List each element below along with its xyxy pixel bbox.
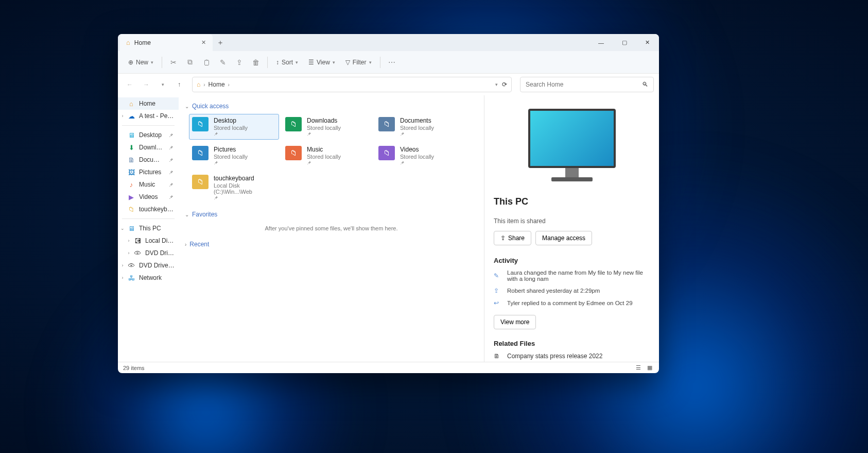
refresh-button[interactable]: ⟳ (502, 81, 507, 88)
new-button[interactable]: ⊕New▾ (124, 56, 158, 69)
chevron-down-icon: ▾ (369, 60, 372, 65)
pin-icon: 📌︎ (168, 145, 173, 150)
minimize-button[interactable]: — (589, 34, 613, 51)
chevron-right-icon: › (185, 242, 186, 247)
chevron-right-icon[interactable]: › (126, 238, 131, 243)
rename-button[interactable]: ✎ (216, 55, 230, 70)
quick-item-videos[interactable]: 📁︎ Videos Stored locally 📌︎ (375, 143, 465, 169)
activity-row[interactable]: ✎Laura changed the name from My file to … (494, 270, 650, 282)
chevron-right-icon[interactable]: › (120, 275, 125, 280)
recent-dropdown[interactable]: ▾ (156, 78, 169, 91)
chevron-right-icon[interactable]: › (120, 113, 125, 119)
item-name: Documents (400, 117, 434, 124)
close-button[interactable]: ✕ (636, 34, 659, 51)
chevron-right-icon[interactable]: › (126, 250, 131, 256)
maximize-button[interactable]: ▢ (613, 34, 636, 51)
share-button[interactable]: ⇪Share (494, 231, 531, 245)
folder-icon: 📁︎ (127, 205, 135, 213)
quick-item-pictures[interactable]: 📁︎ Pictures Stored locally 📌︎ (189, 143, 279, 169)
view-more-button[interactable]: View more (494, 315, 536, 329)
tab-home[interactable]: ⌂ Home ✕ (120, 34, 213, 51)
sort-button[interactable]: ↕Sort▾ (272, 56, 302, 69)
item-location: Stored locally (400, 125, 434, 131)
related-file-row[interactable]: 🗎Company stats press release 2022 (494, 353, 650, 360)
view-button[interactable]: ☰View▾ (304, 56, 339, 69)
quick-item-music[interactable]: 📁︎ Music Stored locally 📌︎ (282, 143, 372, 169)
folder-icon: 📁︎ (285, 117, 302, 131)
tab-close-button[interactable]: ✕ (199, 39, 207, 47)
pin-icon: 📌︎ (168, 132, 173, 138)
chevron-right-icon[interactable]: › (120, 263, 125, 268)
status-bar: 29 items ☰ ▦ (118, 362, 659, 373)
quick-item-documents[interactable]: 📁︎ Documents Stored locally 📌︎ (375, 114, 465, 140)
edit-icon: ✎ (494, 272, 501, 279)
item-name: Desktop (214, 117, 248, 124)
cut-button[interactable]: ✂ (166, 55, 181, 70)
section-recent[interactable]: ›Recent (185, 241, 478, 248)
search-box[interactable]: 🔍︎ (520, 77, 654, 92)
quick-item-desktop[interactable]: 📁︎ Desktop Stored locally 📌︎ (189, 114, 279, 140)
more-button[interactable]: ⋯ (385, 55, 399, 70)
sidebar-item-downloads[interactable]: ⬇Downloads📌︎ (118, 141, 179, 154)
paste-button[interactable]: 📋︎ (199, 55, 214, 70)
item-location: Stored locally (400, 154, 434, 160)
up-button[interactable]: ↑ (172, 78, 186, 91)
chevron-down-icon[interactable]: ⌄ (120, 226, 125, 231)
section-favorites[interactable]: ⌄Favorites (185, 211, 478, 218)
view-icon: ☰ (308, 59, 314, 66)
chevron-down-icon: ⌄ (185, 104, 189, 109)
sidebar-item-music[interactable]: ♪Music📌︎ (118, 178, 179, 191)
sidebar-item-home[interactable]: ⌂Home (118, 97, 179, 110)
home-icon: ⌂ (126, 39, 130, 46)
manage-access-button[interactable]: Manage access (535, 231, 592, 245)
thumbnail-view-button[interactable]: ▦ (646, 364, 654, 372)
address-bar[interactable]: ⌂ › Home › ▾ ⟳ (192, 77, 512, 92)
folder-icon: 📁︎ (285, 146, 302, 160)
sidebar-item-thispc[interactable]: ⌄🖥︎This PC (118, 222, 179, 234)
pin-icon: 📌︎ (307, 160, 341, 165)
section-quick-access[interactable]: ⌄Quick access (185, 103, 478, 110)
favorites-empty-text: After you've pinned some files, we'll sh… (185, 225, 478, 231)
breadcrumb-home[interactable]: Home (209, 81, 225, 88)
search-input[interactable] (526, 81, 642, 88)
item-name: touchkeyboard (214, 175, 276, 182)
item-location: Stored locally (214, 154, 248, 160)
copy-button[interactable]: ⧉ (183, 55, 197, 70)
delete-button[interactable]: 🗑︎ (249, 55, 263, 70)
back-button[interactable]: ← (123, 78, 136, 91)
item-location: Stored locally (307, 125, 341, 131)
cloud-icon: ☁ (127, 112, 135, 120)
sidebar-item-onedrive[interactable]: ›☁A test - Personal (118, 110, 179, 122)
sidebar-item-dvd2[interactable]: ›💿︎DVD Drive (D:) CCC (118, 259, 179, 272)
forward-button[interactable]: → (140, 78, 153, 91)
filter-button[interactable]: ▽Filter▾ (341, 56, 376, 69)
disc-icon: 💿︎ (133, 249, 142, 257)
activity-row[interactable]: ↩Tyler replied to a comment by Edmee on … (494, 299, 650, 307)
sidebar-item-documents[interactable]: 🗎Documents📌︎ (118, 154, 179, 166)
new-tab-button[interactable]: ＋ (213, 35, 228, 51)
item-name: Videos (400, 146, 434, 153)
list-view-button[interactable]: ☰ (634, 364, 643, 372)
activity-row[interactable]: ⇪Robert shared yesterday at 2:29pm (494, 287, 650, 294)
sidebar-item-desktop[interactable]: 🖥︎Desktop📌︎ (118, 129, 179, 141)
download-icon: ⬇ (127, 143, 135, 152)
folder-icon: 📁︎ (192, 146, 209, 160)
quick-item-downloads[interactable]: 📁︎ Downloads Stored locally 📌︎ (282, 114, 372, 140)
details-pane: This PC This item is shared ⇪Share Manag… (484, 95, 659, 362)
sidebar-item-dvd1[interactable]: ›💿︎DVD Drive (D:) CCC (118, 247, 179, 259)
sidebar-item-videos[interactable]: ▶Videos📌︎ (118, 191, 179, 203)
quick-item-touchkeyboard[interactable]: 📁︎ touchkeyboard Local Disk (C:)\Win...\… (189, 172, 279, 204)
sidebar-item-localdisk[interactable]: ›💽︎Local Disk (C:) (118, 234, 179, 247)
sidebar-item-touchkeyboard[interactable]: 📁︎touchkeyboard (118, 203, 179, 215)
tab-title: Home (134, 39, 195, 46)
share-button[interactable]: ⇪ (232, 55, 247, 70)
navbar: ← → ▾ ↑ ⌂ › Home › ▾ ⟳ 🔍︎ (118, 74, 659, 95)
addr-dropdown[interactable]: ▾ (495, 82, 498, 87)
sidebar-item-network[interactable]: ›🖧︎Network (118, 272, 179, 284)
document-icon: 🗎 (127, 156, 135, 164)
sidebar-item-pictures[interactable]: 🖼︎Pictures📌︎ (118, 166, 179, 178)
titlebar: ⌂ Home ✕ ＋ — ▢ ✕ (118, 34, 659, 51)
item-name: Pictures (214, 146, 248, 153)
image-icon: 🖼︎ (127, 168, 135, 176)
file-explorer-window: ⌂ Home ✕ ＋ — ▢ ✕ ⊕New▾ ✂ ⧉ 📋︎ ✎ ⇪ 🗑︎ ↕So… (118, 34, 659, 373)
